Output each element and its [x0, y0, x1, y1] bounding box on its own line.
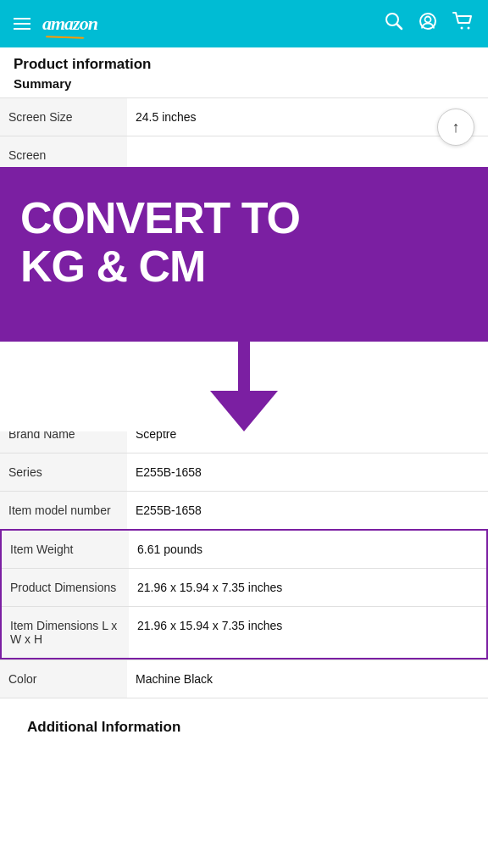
svg-point-5 — [468, 27, 470, 30]
row-value: E255B-1658 — [127, 453, 488, 492]
banner-text: CONVERT TOKG & CM — [20, 194, 468, 291]
amazon-logo: amazon — [42, 13, 97, 35]
summary-label: Summary — [14, 76, 474, 91]
row-label: Series — [0, 453, 127, 492]
row-label: Product Dimensions — [2, 569, 129, 607]
table-row: Item Weight 6.61 pounds — [2, 531, 486, 569]
table-row: Item Dimensions L x W x H 21.96 x 15.94 … — [2, 607, 486, 659]
top-info-table: Screen Size 24.5 inches Screen — [0, 98, 488, 167]
svg-point-4 — [461, 27, 463, 30]
row-value: Machine Black — [127, 660, 488, 698]
hamburger-icon[interactable] — [14, 18, 30, 30]
row-value: 21.96 x 15.94 x 7.35 inches — [129, 569, 486, 607]
row-value: 21.96 x 15.94 x 7.35 inches — [129, 607, 486, 659]
row-value — [127, 136, 488, 168]
top-table-section: Screen Size 24.5 inches Screen — [0, 97, 488, 167]
row-label: Screen — [0, 136, 127, 168]
middle-info-table: Brand Name Sceptre Series E255B-1658 Ite… — [0, 415, 488, 529]
svg-line-1 — [397, 25, 402, 30]
header: amazon — [0, 0, 488, 47]
header-left: amazon — [14, 13, 97, 35]
additional-info-title: Additional Information — [14, 709, 474, 739]
table-row: Screen Size 24.5 inches — [0, 98, 488, 136]
middle-table-section: Brand Name Sceptre Series E255B-1658 Ite… — [0, 415, 488, 529]
down-arrow-icon — [210, 340, 278, 431]
arrow-section — [0, 340, 488, 431]
highlighted-info-table: Item Weight 6.61 pounds Product Dimensio… — [2, 531, 486, 658]
bottom-info-table: Color Machine Black — [0, 660, 488, 698]
row-value: 6.61 pounds — [129, 531, 486, 569]
product-info-title: Product information — [14, 56, 474, 73]
search-icon[interactable] — [385, 12, 403, 36]
bottom-table-section: Color Machine Black — [0, 659, 488, 698]
row-label: Screen Size — [0, 98, 127, 136]
table-row: Color Machine Black — [0, 660, 488, 698]
up-arrow-icon: ↑ — [452, 119, 460, 136]
row-value: 24.5 inches — [127, 98, 488, 136]
additional-info-section: Additional Information — [0, 698, 488, 743]
row-label: Item Weight — [2, 531, 129, 569]
table-row: Product Dimensions 21.96 x 15.94 x 7.35 … — [2, 569, 486, 607]
row-label: Item Dimensions L x W x H — [2, 607, 129, 659]
row-label: Item model number — [0, 492, 127, 530]
table-row: Screen — [0, 136, 488, 168]
table-row: Item model number E255B-1658 — [0, 492, 488, 530]
purple-banner: CONVERT TOKG & CM — [0, 167, 488, 342]
header-icons — [385, 12, 474, 36]
row-value: E255B-1658 — [127, 492, 488, 530]
cart-icon[interactable] — [452, 12, 474, 36]
table-row: Series E255B-1658 — [0, 453, 488, 492]
row-label: Color — [0, 660, 127, 698]
account-icon[interactable] — [419, 12, 437, 36]
scroll-up-button[interactable]: ↑ — [437, 108, 474, 146]
highlighted-section: Item Weight 6.61 pounds Product Dimensio… — [0, 529, 488, 659]
svg-point-3 — [425, 17, 431, 23]
